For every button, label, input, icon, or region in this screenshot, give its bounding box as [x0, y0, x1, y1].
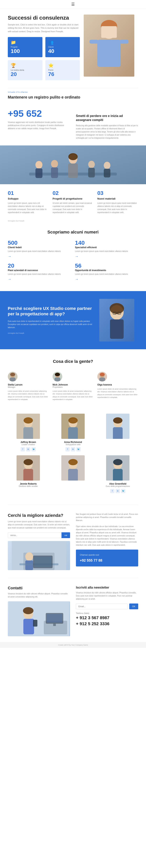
newsletter-button[interactable]: OK	[129, 603, 138, 609]
testimonial-role: Proprietario	[53, 386, 93, 388]
phone-number-big: + 912 3 567 8987	[76, 615, 138, 620]
col-text: Lorem go lorem ipsum, quia mors crit exe…	[8, 202, 49, 214]
svg-point-11	[51, 160, 58, 168]
svg-rect-14	[68, 163, 78, 178]
testimonial-text: Lorem ipsum dolor sit amet consectetur a…	[97, 388, 138, 399]
wide-image	[0, 146, 146, 184]
stat-number: 20	[11, 71, 40, 78]
hamburger-menu-icon[interactable]: ☰	[71, 2, 75, 7]
stat-number: 76	[48, 71, 77, 78]
hero-text: Sample text. Click to select the text bo…	[8, 23, 80, 33]
twitter-icon[interactable]: 🐦	[121, 489, 125, 493]
stat-icon: 📁	[11, 40, 40, 45]
instagram-icon[interactable]: in	[26, 447, 30, 452]
number-value: 20	[8, 262, 71, 269]
col-number: 03	[97, 190, 138, 196]
search-input-row: vai	[8, 532, 70, 538]
svg-point-38	[24, 417, 33, 424]
svg-rect-35	[99, 378, 105, 381]
testimonial-name: Nick Johnson	[53, 383, 93, 386]
contact-phones: + 912 3 567 8987+ 912 5 252 3336	[76, 615, 138, 626]
cta-title: Perché scegliere UX Studio come partner …	[8, 306, 93, 317]
testimonial-text: Lorem ipsum dolor sit amet consectetur a…	[53, 390, 93, 401]
facebook-icon[interactable]: f	[110, 489, 115, 493]
stat-icon: 👥	[48, 40, 77, 45]
stat-icon: ⭐	[48, 63, 77, 68]
number-value: 500	[8, 240, 71, 246]
cta-freepik: Immagine da Freepik	[8, 332, 24, 334]
cta-person-image	[99, 299, 134, 341]
search-input[interactable]	[8, 532, 62, 538]
counter-right: Smetti di perdere ore e inizia ad assegn…	[76, 108, 138, 140]
facebook-icon[interactable]: f	[21, 447, 25, 452]
team-member	[53, 455, 93, 493]
phone-field-label: Telefono (Italia)	[76, 612, 138, 614]
arrow-link[interactable]: →	[8, 277, 11, 281]
freepik-note: Immagine da Freepik	[0, 220, 146, 224]
team-photo	[106, 414, 129, 439]
number-text: Lorem go lorem ipsum quia morel exercita…	[75, 250, 138, 253]
svg-point-69	[23, 607, 33, 614]
testimonial-avatar	[97, 372, 107, 381]
svg-point-28	[10, 373, 15, 376]
newsletter-input-row: OK	[76, 603, 138, 609]
contact-title: Contatti	[8, 586, 70, 590]
arrow-link[interactable]: →	[75, 254, 78, 258]
team-role: Sviluppatore web	[53, 443, 93, 446]
team-name: Jeffrey Brown	[8, 441, 49, 443]
number-text: Lorem go lorem ipsum quia morel exercita…	[8, 250, 71, 253]
search-left-text: Lorem go lorem ipsum quia morel exercita…	[8, 520, 70, 529]
social-icons: f in 🐦	[8, 447, 49, 452]
counter-left: +95 652 Vivamus aggiornare nel nostro di…	[8, 108, 70, 130]
cta-right	[99, 299, 138, 341]
call-label: Chiamaci quando vuoi	[80, 554, 134, 557]
svg-point-54	[68, 459, 78, 465]
stats-grid: 📁 Progetti 100👥 Clienti 40🏆 La nostra st…	[8, 37, 80, 80]
facebook-icon[interactable]: f	[66, 447, 70, 452]
svg-rect-66	[34, 557, 52, 567]
svg-rect-17	[88, 168, 95, 178]
phone-number: +92 555 77 88	[80, 558, 134, 563]
svg-rect-39	[23, 427, 33, 439]
col-number: 02	[53, 190, 93, 196]
stat-card: ⭐ Premi 76	[45, 60, 80, 80]
svg-rect-43	[68, 427, 78, 439]
stat-card: 🏆 La nostra storia 20	[8, 60, 43, 80]
testimonial-card: Olga Ivanova Lorem ipsum dolor sit amet …	[97, 369, 138, 404]
team-photo	[61, 414, 85, 439]
svg-rect-55	[68, 469, 78, 480]
svg-rect-5	[90, 40, 98, 43]
numbers-section: Scopriamo alcuni numeri 500 Clienti fede…	[0, 224, 146, 287]
team-member: Jennie Roberts Direttore delle vendite	[8, 455, 49, 493]
team-role: Direttore delle vendite	[8, 485, 49, 487]
instagram-icon[interactable]: in	[71, 447, 75, 452]
number-text: Lorem go lorem ipsum quia morel exercita…	[75, 273, 138, 276]
twitter-icon[interactable]: 🐦	[76, 447, 80, 452]
testimonial-name: Stella Larson	[8, 383, 49, 386]
contact-text: Vivamus tincidunt dui nibh ultrices effi…	[8, 592, 70, 598]
number-label: Opportunità di investimento	[75, 269, 138, 272]
number-value: 56	[75, 262, 138, 269]
testimonial-text: Lorem ipsum dolor sit amet consectetur a…	[8, 390, 49, 401]
team-member: Jeffrey Brown Leader creativo f in 🐦	[8, 414, 49, 452]
svg-point-62	[25, 552, 33, 561]
arrow-link[interactable]: →	[75, 277, 78, 281]
team-name: Jennie Roberts	[8, 483, 49, 485]
svg-rect-19	[104, 169, 111, 178]
svg-rect-74	[47, 614, 62, 623]
stat-label: Clienti	[48, 46, 77, 48]
number-item: 140 Specialisti efficienti Lorem go lore…	[75, 240, 138, 258]
testimonials-section: Cosa dice la gente? Stella Larson Manage…	[0, 353, 146, 410]
number-item: 500 Clienti fedeli Lorem go lorem ipsum …	[8, 240, 71, 258]
svg-point-34	[100, 373, 105, 376]
twitter-icon[interactable]: 🐦	[31, 447, 36, 452]
instagram-icon[interactable]: in	[116, 489, 120, 493]
counter-right-text: Reducing alla gestione delle modalità op…	[76, 124, 138, 140]
team-member: Alex Greenfield Guru della programmazion…	[97, 455, 138, 493]
newsletter-input[interactable]	[76, 603, 128, 609]
team-photo	[106, 455, 129, 480]
search-button[interactable]: vai	[62, 532, 70, 538]
arrow-link[interactable]: →	[8, 254, 11, 258]
three-columns: 01 Sviluppo Lorem go lorem ipsum, quia m…	[0, 184, 146, 220]
number-label: Specialisti efficienti	[75, 246, 138, 249]
